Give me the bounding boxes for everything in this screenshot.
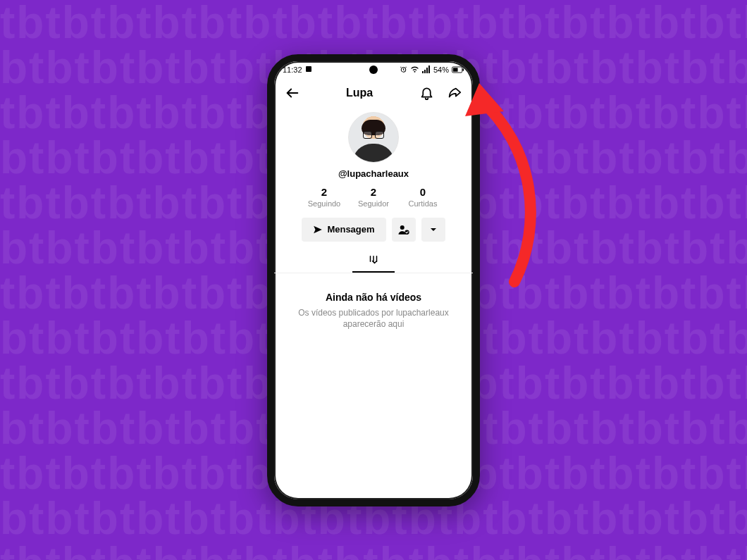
feed-sort-icon — [367, 254, 380, 266]
svg-rect-5 — [428, 66, 430, 73]
empty-state: Ainda não há vídeos Os vídeos publicados… — [274, 273, 473, 331]
message-button-label: Mensagem — [327, 224, 374, 235]
svg-point-10 — [400, 225, 405, 230]
empty-title: Ainda não há vídeos — [291, 292, 456, 303]
back-button[interactable] — [283, 83, 302, 103]
svg-rect-3 — [424, 70, 426, 73]
page-title: Lupa — [346, 87, 373, 99]
svg-rect-0 — [306, 66, 311, 72]
avatar[interactable] — [348, 112, 399, 163]
arrow-left-icon — [285, 85, 300, 101]
share-button[interactable] — [445, 83, 464, 103]
stat-likes-label: Curtidas — [398, 199, 447, 208]
svg-rect-7 — [453, 68, 458, 71]
notifications-button[interactable] — [416, 83, 436, 103]
send-icon — [313, 225, 323, 235]
stat-following[interactable]: 2 Seguindo — [300, 186, 349, 208]
follow-status-button[interactable] — [392, 218, 416, 242]
user-check-icon — [397, 223, 410, 236]
notification-icon — [305, 66, 312, 74]
stat-likes-count: 0 — [398, 186, 447, 198]
stat-following-count: 2 — [300, 186, 349, 198]
share-arrow-icon — [447, 85, 462, 101]
message-button[interactable]: Mensagem — [302, 218, 386, 242]
wifi-icon — [410, 66, 419, 73]
camera-hole — [369, 66, 378, 74]
phone-frame: 11:32 54% Lupa — [267, 54, 480, 506]
tab-feed[interactable] — [352, 249, 395, 273]
svg-rect-4 — [426, 68, 428, 73]
profile-actions: Mensagem — [274, 218, 473, 242]
caret-down-icon — [429, 225, 438, 234]
user-handle[interactable]: @lupacharleaux — [274, 168, 473, 179]
bell-icon — [419, 85, 434, 100]
stat-likes[interactable]: 0 Curtidas — [398, 186, 447, 208]
stat-followers[interactable]: 2 Seguidor — [349, 186, 398, 208]
stats-row: 2 Seguindo 2 Seguidor 0 Curtidas — [274, 186, 473, 208]
signal-icon — [422, 66, 431, 73]
top-nav: Lupa — [274, 78, 473, 108]
stat-following-label: Seguindo — [300, 199, 349, 208]
more-actions-button[interactable] — [421, 218, 445, 242]
stat-followers-label: Seguidor — [349, 199, 398, 208]
svg-rect-8 — [462, 68, 464, 71]
profile-tabs — [274, 249, 473, 273]
battery-icon — [452, 66, 464, 73]
profile-section: @lupacharleaux 2 Seguindo 2 Seguidor 0 C… — [274, 108, 473, 331]
svg-rect-2 — [422, 71, 424, 73]
status-time: 11:32 — [283, 66, 302, 74]
battery-text: 54% — [433, 66, 449, 74]
empty-subtitle: Os vídeos publicados por lupacharleaux a… — [291, 307, 456, 331]
alarm-icon — [400, 66, 407, 73]
stat-followers-count: 2 — [349, 186, 398, 198]
